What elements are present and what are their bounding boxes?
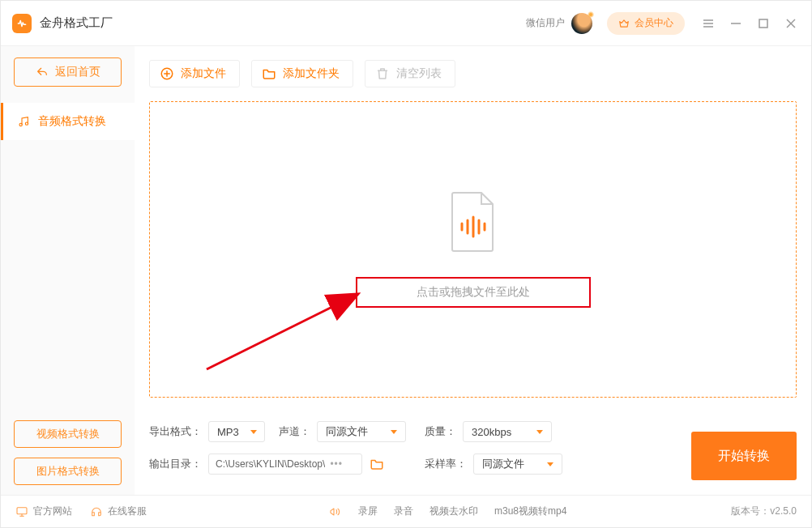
output-dir-input[interactable]: C:\Users\KYLIN\Desktop\ •••: [208, 453, 362, 475]
footer-link-record-audio[interactable]: 录音: [394, 505, 413, 518]
sidebar-item-label: 音频格式转换: [38, 114, 106, 129]
monitor-icon: [15, 505, 28, 518]
video-convert-button[interactable]: 视频格式转换: [14, 420, 122, 448]
drop-hint-text: 点击或拖拽文件至此处: [417, 285, 530, 300]
svg-rect-18: [17, 507, 27, 513]
export-format-select[interactable]: MP3: [208, 421, 265, 442]
chevron-down-icon: [391, 430, 397, 434]
add-file-label: 添加文件: [181, 66, 226, 81]
avatar[interactable]: [571, 13, 592, 34]
drop-hint-box[interactable]: 点击或拖拽文件至此处: [356, 277, 591, 308]
start-convert-button[interactable]: 开始转换: [691, 432, 797, 480]
quality-label: 质量：: [425, 424, 456, 439]
window-controls: [703, 18, 797, 29]
add-file-button[interactable]: 添加文件: [149, 60, 240, 87]
sidebar-item-audio-convert[interactable]: 音频格式转换: [1, 103, 135, 140]
add-folder-label: 添加文件夹: [283, 66, 340, 81]
chevron-down-icon: [250, 430, 257, 434]
back-icon: [36, 66, 49, 79]
horn-icon: [329, 505, 342, 518]
plus-circle-icon: [160, 66, 174, 81]
app-title: 金舟格式工厂: [40, 15, 113, 31]
clear-list-label: 清空列表: [396, 66, 442, 81]
user-area: 微信用户 会员中心: [526, 12, 685, 35]
footer-link-record-screen[interactable]: 录屏: [358, 505, 378, 518]
output-dir-label: 输出目录：: [149, 457, 202, 471]
headset-icon: [90, 505, 103, 518]
trash-icon: [375, 66, 390, 81]
sample-rate-label: 采样率：: [425, 457, 467, 471]
footer: 官方网站 在线客服 录屏 录音 视频去水印 m3u8视频转mp4 版本号：v2.…: [1, 495, 811, 527]
quality-select[interactable]: 320kbps: [463, 421, 552, 442]
image-convert-button[interactable]: 图片格式转换: [14, 458, 122, 485]
menu-icon[interactable]: [703, 18, 714, 29]
chevron-down-icon: [536, 430, 543, 434]
official-site-link[interactable]: 官方网站: [15, 505, 72, 518]
folder-icon: [262, 66, 276, 81]
svg-point-7: [19, 123, 22, 126]
footer-link-m3u8[interactable]: m3u8视频转mp4: [494, 505, 566, 518]
main-area: 添加文件 添加文件夹 清空列表: [135, 46, 811, 495]
settings-panel: 导出格式： MP3 声道： 同源文件 质量： 32: [149, 409, 797, 495]
svg-rect-4: [759, 19, 767, 28]
back-home-label: 返回首页: [55, 65, 100, 79]
open-folder-button[interactable]: [369, 457, 385, 471]
footer-link-remove-watermark[interactable]: 视频去水印: [430, 505, 478, 518]
online-service-link[interactable]: 在线客服: [90, 505, 147, 518]
footer-quick-links: 录屏 录音 视频去水印 m3u8视频转mp4: [329, 505, 566, 518]
version-label: 版本号：v2.5.0: [731, 505, 797, 518]
member-center-button[interactable]: 会员中心: [607, 12, 685, 35]
drop-zone[interactable]: 点击或拖拽文件至此处: [149, 101, 797, 398]
ellipsis-icon: •••: [330, 458, 343, 470]
audio-file-icon: [449, 191, 498, 253]
close-icon[interactable]: [785, 18, 797, 29]
back-home-button[interactable]: 返回首页: [14, 57, 122, 87]
toolbar: 添加文件 添加文件夹 清空列表: [149, 46, 797, 101]
add-folder-button[interactable]: 添加文件夹: [251, 60, 353, 87]
maximize-icon[interactable]: [758, 18, 769, 29]
titlebar: 金舟格式工厂 微信用户 会员中心: [1, 1, 811, 46]
sidebar: 返回首页 音频格式转换 视频格式转换 图片格式转换: [1, 46, 135, 495]
chevron-down-icon: [547, 462, 553, 466]
sample-rate-select[interactable]: 同源文件: [473, 453, 562, 475]
app-logo-icon: [12, 14, 32, 33]
channel-select[interactable]: 同源文件: [317, 421, 406, 442]
crown-icon: [618, 18, 630, 29]
svg-line-17: [207, 295, 357, 369]
member-label: 会员中心: [635, 16, 673, 30]
clear-list-button[interactable]: 清空列表: [365, 60, 455, 87]
audio-icon: [17, 115, 30, 128]
channel-label: 声道：: [279, 424, 310, 439]
app-window: 金舟格式工厂 微信用户 会员中心 返回首页 音频格式转换: [0, 0, 812, 528]
minimize-icon[interactable]: [730, 18, 741, 29]
export-format-label: 导出格式：: [149, 424, 202, 439]
svg-point-8: [25, 122, 28, 125]
user-label: 微信用户: [526, 16, 565, 30]
